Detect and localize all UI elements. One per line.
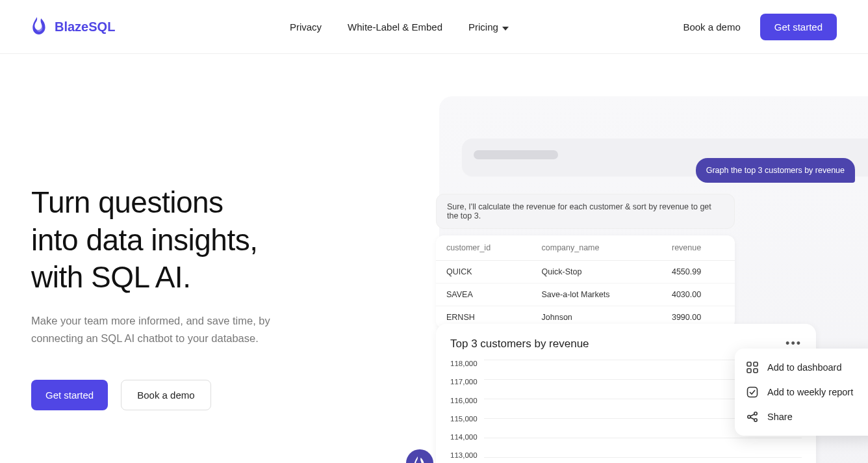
get-started-button[interactable]: Get started — [760, 14, 837, 40]
svg-point-7 — [754, 419, 757, 421]
subcopy-line-2: connecting an SQL AI chatbot to your dat… — [31, 332, 259, 344]
svg-rect-2 — [747, 369, 751, 373]
menu-add-weekly-label: Add to weekly report — [767, 387, 853, 397]
headline-line-1: Turn questions — [31, 185, 223, 219]
nav-whitelabel[interactable]: White-Label & Embed — [348, 21, 442, 33]
headline-line-3: with SQL AI. — [31, 260, 190, 294]
header-right: Book a demo Get started — [683, 14, 837, 40]
hero-subcopy: Make your team more informed, and save t… — [31, 312, 304, 347]
ai-chat-bubble: Sure, I'll calculate the revenue for eac… — [436, 194, 735, 229]
nav-privacy[interactable]: Privacy — [290, 21, 322, 33]
y-tick-label: 118,000 — [450, 360, 478, 367]
chart-title: Top 3 customers by revenue — [450, 337, 589, 351]
result-table: customer_id company_name revenue QUICK Q… — [436, 235, 735, 328]
nav-pricing-label: Pricing — [468, 21, 498, 33]
hero-cta-row: Get started Book a demo — [31, 380, 434, 410]
logo[interactable]: BlazeSQL — [31, 16, 115, 38]
share-icon — [747, 411, 758, 423]
ai-response-block: Sure, I'll calculate the revenue for eac… — [436, 194, 735, 328]
hero-copy: Turn questions into data insights, with … — [0, 54, 434, 463]
col-customer-id: customer_id — [436, 235, 531, 261]
svg-line-8 — [750, 414, 754, 416]
table-row: QUICK Quick-Stop 4550.99 — [436, 261, 735, 284]
col-company-name: company_name — [531, 235, 661, 261]
menu-add-dashboard[interactable]: Add to dashboard — [735, 355, 868, 380]
brand-name: BlazeSQL — [55, 20, 115, 34]
hero-get-started-button[interactable]: Get started — [31, 380, 108, 410]
y-tick-label: 117,000 — [450, 378, 478, 386]
site-header: BlazeSQL Privacy White-Label & Embed Pri… — [0, 0, 868, 54]
user-chat-bubble: Graph the top 3 customers by revenue — [696, 158, 855, 183]
main-nav: Privacy White-Label & Embed Pricing — [290, 21, 509, 33]
book-demo-link[interactable]: Book a demo — [683, 21, 740, 33]
check-square-icon — [747, 386, 758, 398]
menu-add-dashboard-label: Add to dashboard — [767, 362, 841, 373]
hero-book-demo-button[interactable]: Book a demo — [121, 380, 211, 410]
menu-add-weekly[interactable]: Add to weekly report — [735, 380, 868, 404]
svg-point-5 — [748, 416, 750, 418]
table-row: SAVEA Save-a-lot Markets 4030.00 — [436, 284, 735, 306]
nav-pricing[interactable]: Pricing — [468, 21, 509, 33]
subcopy-line-1: Make your team more informed, and save t… — [31, 315, 270, 326]
col-revenue: revenue — [661, 235, 735, 261]
svg-rect-3 — [754, 369, 758, 373]
chart-y-axis: 118,000117,000116,000115,000114,000113,0… — [450, 360, 484, 463]
hero-section: Turn questions into data insights, with … — [0, 54, 868, 463]
hero-headline: Turn questions into data insights, with … — [31, 184, 434, 297]
chevron-down-icon — [502, 21, 509, 33]
y-tick-label: 113,000 — [450, 451, 478, 459]
menu-share-label: Share — [767, 412, 793, 422]
y-tick-label: 115,000 — [450, 415, 478, 423]
svg-rect-1 — [754, 362, 758, 366]
svg-point-6 — [754, 412, 757, 415]
grid-line — [484, 457, 802, 458]
grid-icon — [747, 362, 758, 373]
hero-illustration: Graph the top 3 customers by revenue Sur… — [439, 96, 868, 463]
y-tick-label: 114,000 — [450, 433, 478, 441]
chart-context-menu: Add to dashboard Add to weekly report Sh… — [735, 349, 868, 436]
svg-rect-4 — [748, 388, 758, 397]
y-tick-label: 116,000 — [450, 397, 478, 404]
svg-rect-0 — [747, 362, 751, 366]
table-header-row: customer_id company_name revenue — [436, 235, 735, 261]
chat-placeholder-bar — [474, 150, 558, 159]
flame-icon — [31, 16, 48, 38]
svg-line-9 — [750, 417, 754, 419]
grid-line — [484, 438, 802, 438]
menu-share[interactable]: Share — [735, 404, 868, 429]
headline-line-2: into data insights, — [31, 223, 258, 257]
